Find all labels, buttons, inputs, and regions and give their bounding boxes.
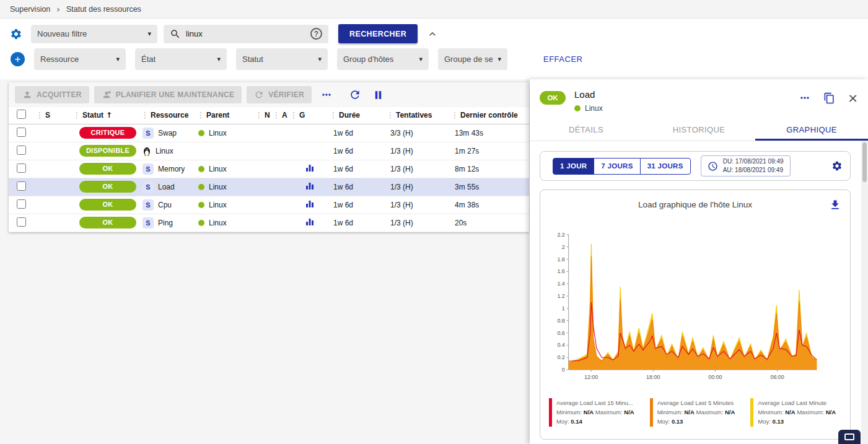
chevron-down-icon: ▾ — [217, 55, 221, 63]
maintenance-button[interactable]: PLANIFIER UNE MAINTENANCE — [94, 86, 242, 103]
tab-details[interactable]: DÉTAILS — [530, 120, 642, 141]
more-options-icon[interactable] — [799, 92, 811, 104]
clock-icon — [708, 161, 718, 172]
copy-icon[interactable] — [823, 92, 835, 104]
table-header-row: ⋮S ⋮Statut↑ ⋮Ressource ⋮Parent ⋮N ⋮A ⋮G … — [9, 107, 529, 124]
row-checkbox[interactable] — [17, 199, 26, 209]
row-checkbox[interactable] — [17, 217, 26, 227]
legend-color-bar — [650, 398, 653, 427]
duration-cell: 1w 6d — [330, 196, 387, 214]
clear-filters-button[interactable]: EFFACER — [543, 54, 582, 64]
graph-settings-gear-icon[interactable] — [831, 160, 843, 172]
graph-icon[interactable] — [305, 181, 314, 190]
close-icon[interactable]: × — [848, 92, 858, 104]
graph-icon[interactable] — [305, 217, 314, 226]
column-header-dernier-controle[interactable]: ⋮Dernier contrôle — [451, 107, 529, 124]
column-header-severity[interactable]: ⋮S — [36, 107, 73, 124]
scrollbar-thumb[interactable] — [862, 142, 867, 182]
status-badge: OK — [79, 217, 136, 229]
tab-graphique[interactable]: GRAPHIQUE — [755, 120, 868, 141]
date-to: AU: 18/08/2021 09:49 — [723, 166, 784, 175]
more-actions-icon[interactable] — [320, 89, 333, 101]
acknowledge-button[interactable]: ACQUITTER — [15, 86, 89, 103]
check-button[interactable]: VÉRIFIER — [247, 86, 312, 103]
column-options-icon[interactable]: ⋮ — [451, 111, 458, 120]
column-header-a[interactable]: ⋮A — [273, 107, 290, 124]
column-options-icon[interactable]: ⋮ — [36, 111, 43, 120]
criteria-list: Ressource▾État▾Statut▾Group d'hôtes▾Grou… — [34, 48, 507, 70]
range-button-31-jours[interactable]: 31 JOURS — [640, 158, 691, 175]
column-options-icon[interactable]: ⋮ — [290, 111, 297, 120]
search-box[interactable]: ? — [164, 25, 328, 43]
table-row[interactable]: OKSLoadLinux1w 6d1/3 (H)3m 55s — [9, 178, 529, 196]
svg-text:1.4: 1.4 — [557, 281, 564, 287]
column-options-icon[interactable]: ⋮ — [387, 111, 394, 120]
parent-status-dot-icon — [198, 166, 204, 172]
column-header-n[interactable]: ⋮N — [255, 107, 273, 124]
range-button-7-jours[interactable]: 7 JOURS — [594, 158, 640, 175]
help-icon[interactable]: ? — [310, 28, 322, 40]
saved-filter-select[interactable]: Nouveau filtre ▾ — [31, 25, 157, 43]
tab-historique[interactable]: HISTORIQUE — [642, 120, 755, 141]
search-input[interactable] — [186, 29, 305, 38]
filter-criteria-select-etat[interactable]: État▾ — [135, 48, 227, 70]
legend-item[interactable]: Average Load Last 5 MinutesMinimum: N/A … — [650, 398, 741, 427]
legend-item[interactable]: Average Load Last MinuteMinimum: N/A Max… — [750, 398, 841, 427]
column-header-ressource[interactable]: ⋮Ressource — [141, 107, 197, 124]
select-all-checkbox[interactable] — [17, 110, 26, 119]
collapse-filters-icon[interactable] — [426, 28, 439, 40]
parent-status-dot-icon — [198, 202, 204, 208]
panel-scrollbar[interactable] — [861, 141, 868, 444]
column-options-icon[interactable]: ⋮ — [330, 111, 337, 120]
picture-in-picture-icon[interactable] — [838, 430, 861, 444]
last-check-cell: 13m 43s — [451, 124, 529, 142]
graph-icon[interactable] — [305, 163, 314, 172]
table-row[interactable]: DISPONIBLELinux1w 6d1/3 (H)1m 27s — [9, 142, 529, 160]
last-check-cell: 20s — [451, 214, 529, 232]
tries-cell: 1/3 (H) — [387, 160, 451, 178]
search-button[interactable]: RECHERCHER — [338, 24, 418, 43]
column-options-icon[interactable]: ⋮ — [141, 111, 149, 120]
refresh-icon[interactable] — [349, 89, 361, 101]
time-range-card: 1 JOUR7 JOURS31 JOURS DU: 17/08/2021 09:… — [540, 151, 851, 181]
table-row[interactable]: OKSPingLinux1w 6d1/3 (H)20s — [9, 214, 529, 232]
column-options-icon[interactable]: ⋮ — [197, 111, 204, 120]
breadcrumb-section[interactable]: Supervision — [10, 5, 50, 14]
parent-status-dot-icon — [198, 184, 204, 190]
row-checkbox[interactable] — [17, 146, 26, 155]
details-panel: OK Load Linux × DÉTAILSHISTORIQUEGRAPHIQ… — [530, 79, 868, 444]
column-header-parent[interactable]: ⋮Parent — [197, 107, 255, 124]
download-icon[interactable] — [829, 199, 841, 211]
filter-criteria-select-service-groups[interactable]: Groupe de ser...▾ — [438, 48, 507, 70]
saved-filter-value: Nouveau filtre — [37, 29, 87, 38]
column-options-icon[interactable]: ⋮ — [255, 111, 263, 120]
table-row[interactable]: OKSMemoryLinux1w 6d1/3 (H)8m 12s — [9, 160, 529, 178]
column-options-icon[interactable]: ⋮ — [273, 111, 280, 120]
table-row[interactable]: OKSCpuLinux1w 6d1/3 (H)4m 38s — [9, 196, 529, 214]
filter-criteria-select-resource[interactable]: Ressource▾ — [34, 48, 126, 70]
sort-ascending-icon[interactable]: ↑ — [106, 111, 112, 120]
last-check-cell: 4m 38s — [451, 196, 529, 214]
date-range-box[interactable]: DU: 17/08/2021 09:49 AU: 18/08/2021 09:4… — [701, 155, 791, 176]
chart-title: Load graphique de l'hôte Linux — [638, 200, 752, 209]
filter-criteria-select-host-groups[interactable]: Group d'hôtes▾ — [337, 48, 429, 70]
add-criteria-button[interactable]: + — [11, 52, 25, 66]
pause-icon[interactable] — [372, 89, 384, 101]
tries-cell: 3/3 (H) — [387, 124, 451, 142]
row-checkbox[interactable] — [17, 181, 26, 191]
filter-criteria-select-statut[interactable]: Statut▾ — [236, 48, 328, 70]
range-button-1-jour[interactable]: 1 JOUR — [553, 158, 594, 175]
column-header-g[interactable]: ⋮G — [290, 107, 330, 124]
settings-gear-icon[interactable] — [10, 28, 22, 40]
graph-icon[interactable] — [305, 199, 314, 208]
legend-minmax: Minimum: N/A Maximum: N/A — [657, 409, 735, 416]
table-row[interactable]: CRITIQUESSwapLinux1w 6d3/3 (H)13m 43s — [9, 124, 529, 142]
column-header-statut[interactable]: ⋮Statut↑ — [73, 107, 141, 124]
legend-item[interactable]: Average Load Last 15 Minu...Minimum: N/A… — [549, 398, 640, 427]
column-header-tentatives[interactable]: ⋮Tentatives — [387, 107, 451, 124]
column-header-duree[interactable]: ⋮Durée — [330, 107, 387, 124]
row-checkbox[interactable] — [17, 163, 26, 173]
row-checkbox[interactable] — [17, 128, 26, 137]
column-options-icon[interactable]: ⋮ — [73, 111, 81, 120]
last-check-cell: 1m 27s — [451, 142, 529, 160]
